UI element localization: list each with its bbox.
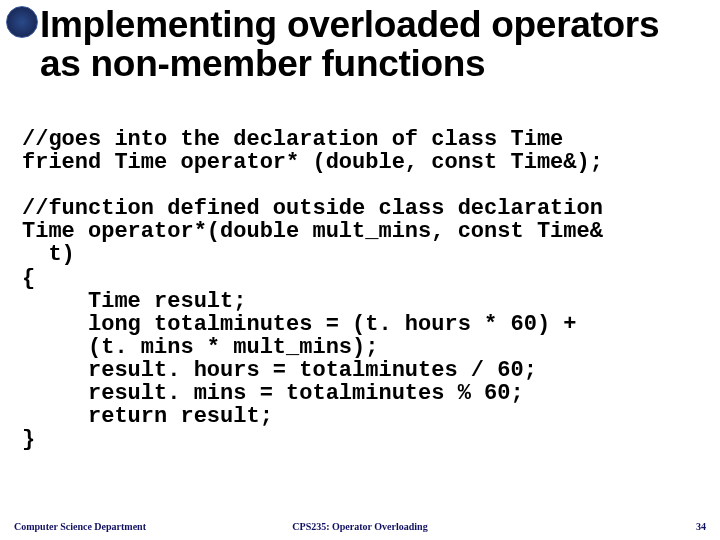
footer-page-number: 34 [696, 521, 706, 532]
footer-course: CPS235: Operator Overloading [0, 521, 720, 532]
institution-seal-icon [6, 6, 38, 38]
slide-footer: Computer Science Department CPS235: Oper… [0, 516, 720, 532]
slide-title: Implementing overloaded operators as non… [40, 6, 708, 84]
code-block: //goes into the declaration of class Tim… [22, 128, 708, 451]
